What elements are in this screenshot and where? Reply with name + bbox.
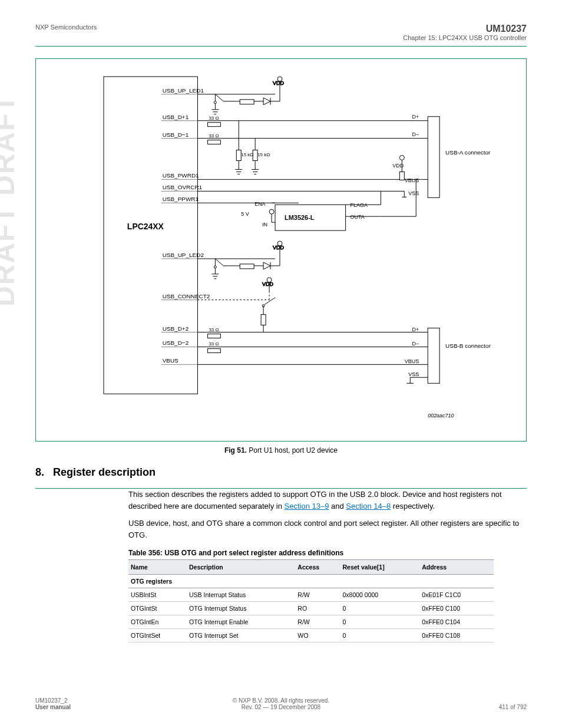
- draft-watermark: DRAFT DRAFT: [0, 94, 21, 307]
- figure-caption: Fig 51. Port U1 host, port U2 device: [35, 446, 527, 454]
- paragraph-2: USB device, host, and OTG share a common…: [128, 518, 527, 541]
- svg-text:15 kΩ: 15 kΩ: [257, 152, 270, 157]
- svg-text:VDD: VDD: [392, 163, 404, 169]
- svg-text:USB_D+1: USB_D+1: [163, 114, 189, 120]
- register-table: Name Description Access Reset value[1] A…: [128, 559, 494, 643]
- svg-rect-90: [428, 117, 439, 198]
- svg-rect-99: [399, 172, 404, 180]
- svg-text:USB_UP_LED1: USB_UP_LED1: [163, 87, 204, 94]
- table-row: USBIntStUSB Interrupt StatusR/W0x8000 00…: [128, 588, 494, 602]
- page-header: NXP Semiconductors UM10237 Chapter 15: L…: [35, 24, 527, 41]
- svg-text:USB_D−2: USB_D−2: [163, 340, 189, 346]
- svg-text:D+: D+: [412, 327, 419, 332]
- table-caption: Table 356: USB OTG and port select regis…: [128, 549, 527, 557]
- header-doc: UM10237: [403, 24, 527, 34]
- svg-rect-112: [240, 264, 254, 269]
- svg-text:33 Ω: 33 Ω: [209, 327, 219, 332]
- svg-point-58: [214, 101, 216, 104]
- col-access: Access: [295, 560, 340, 575]
- table-subheader: OTG registers: [128, 575, 494, 588]
- header-left: NXP Semiconductors: [35, 24, 97, 41]
- svg-text:USB-A connector: USB-A connector: [445, 149, 491, 156]
- svg-rect-130: [428, 328, 439, 384]
- figure-box: LPC24XX: [35, 58, 527, 442]
- svg-rect-43: [236, 150, 241, 161]
- link-section-13-9[interactable]: Section 13–9: [285, 502, 329, 510]
- svg-text:VSS: VSS: [408, 190, 419, 196]
- svg-line-111: [215, 259, 223, 266]
- svg-point-106: [214, 266, 216, 268]
- svg-text:USB_D+2: USB_D+2: [163, 325, 189, 332]
- lpc-label: LPC24XX: [127, 222, 164, 231]
- svg-rect-36: [207, 140, 220, 144]
- svg-text:VBUS: VBUS: [405, 177, 419, 183]
- svg-text:USB_CONNECT2: USB_CONNECT2: [163, 293, 210, 299]
- table-row: OTGIntStOTG Interrupt StatusRO00xFFE0 C1…: [128, 602, 494, 615]
- svg-text:15 kΩ: 15 kΩ: [241, 152, 253, 157]
- svg-text:5 V: 5 V: [241, 211, 249, 217]
- svg-text:D+: D+: [412, 114, 419, 120]
- svg-text:002aac710: 002aac710: [428, 413, 454, 419]
- svg-text:D−: D−: [412, 131, 419, 137]
- svg-line-122: [265, 298, 275, 305]
- svg-text:FLAGA: FLAGA: [351, 202, 368, 208]
- svg-text:IN: IN: [262, 222, 267, 228]
- svg-text:33 Ω: 33 Ω: [209, 133, 219, 139]
- svg-rect-125: [261, 315, 266, 325]
- svg-rect-64: [240, 100, 254, 104]
- page-footer: UM10237_2User manual © NXP B.V. 2008. Al…: [35, 697, 527, 710]
- svg-rect-38: [207, 334, 220, 338]
- table-row: OTGIntEnOTG Interrupt EnableR/W00xFFE0 C…: [128, 615, 494, 629]
- svg-text:USB_OVRCR1: USB_OVRCR1: [163, 184, 203, 190]
- col-desc: Description: [187, 560, 295, 575]
- svg-text:LM3526-L: LM3526-L: [285, 214, 315, 221]
- svg-text:USB_UP_LED2: USB_UP_LED2: [163, 252, 204, 258]
- col-name: Name: [128, 560, 187, 575]
- svg-marker-67: [263, 98, 270, 105]
- svg-text:VBUS: VBUS: [405, 358, 419, 364]
- svg-text:ENA: ENA: [254, 201, 265, 207]
- svg-rect-49: [253, 150, 257, 161]
- link-section-14-8[interactable]: Section 14–8: [346, 502, 391, 510]
- svg-text:VDD: VDD: [273, 245, 284, 251]
- paragraph-1: This section describes the registers add…: [128, 489, 527, 512]
- col-reset: Reset value[1]: [340, 560, 419, 575]
- svg-text:D−: D−: [412, 341, 419, 347]
- svg-text:33 Ω: 33 Ω: [209, 116, 219, 121]
- table-row: OTGIntSetOTG Interrupt SetWO00xFFE0 C108: [128, 629, 494, 643]
- svg-text:USB_PWRD1: USB_PWRD1: [163, 172, 199, 179]
- svg-text:USB-B connector: USB-B connector: [445, 342, 491, 349]
- svg-text:33 Ω: 33 Ω: [209, 341, 219, 347]
- col-addr: Address: [419, 560, 494, 575]
- header-chapter: Chapter 15: LPC24XX USB OTG controller: [403, 34, 527, 41]
- svg-text:VDD: VDD: [262, 281, 273, 287]
- svg-rect-34: [207, 123, 220, 127]
- svg-text:VDD: VDD: [273, 80, 284, 86]
- svg-text:VSS: VSS: [408, 371, 419, 377]
- svg-line-63: [215, 94, 223, 101]
- svg-rect-40: [207, 348, 220, 353]
- section-heading: 8. Register description: [35, 466, 527, 479]
- svg-text:OUTA: OUTA: [351, 214, 365, 220]
- svg-text:VBUS: VBUS: [163, 357, 178, 364]
- svg-point-101: [399, 156, 404, 160]
- svg-marker-115: [263, 262, 270, 269]
- svg-text:USB_PPWR1: USB_PPWR1: [163, 196, 199, 202]
- svg-point-84: [269, 209, 274, 214]
- svg-text:USB_D−1: USB_D−1: [163, 131, 189, 138]
